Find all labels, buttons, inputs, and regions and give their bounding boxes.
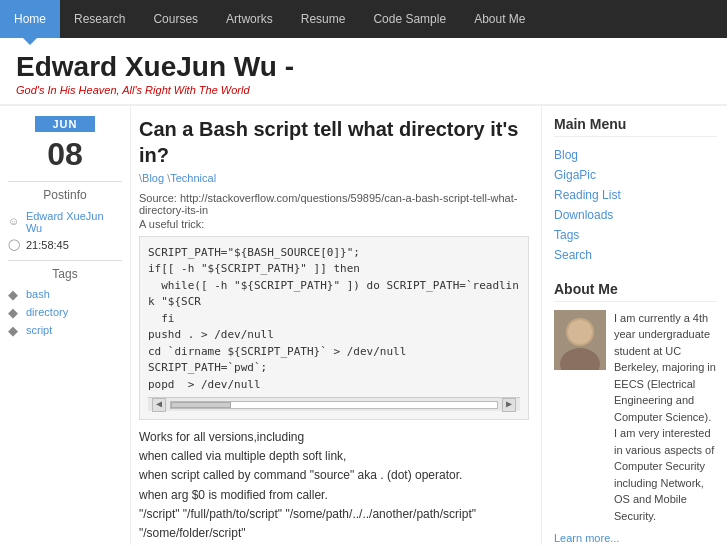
nav-resume[interactable]: Resume	[287, 0, 360, 38]
nav-courses[interactable]: Courses	[139, 0, 212, 38]
post-time: 21:58:45	[26, 239, 69, 251]
breadcrumb-blog[interactable]: Blog	[142, 172, 164, 184]
about-section: About Me I am currently a 4th year under…	[554, 281, 717, 545]
tag-link-bash[interactable]: bash	[26, 288, 50, 300]
right-sidebar: Main Menu Blog GigaPic Reading List Down…	[542, 106, 727, 545]
date-day: 08	[8, 136, 122, 173]
tags-label: Tags	[8, 260, 122, 281]
tag-icon-directory: ◆	[8, 305, 22, 319]
breadcrumb-technical[interactable]: Technical	[170, 172, 216, 184]
code-content: SCRIPT_PATH="${BASH_SOURCE[0]}"; if[[ -h…	[148, 245, 520, 394]
nav-home[interactable]: Home	[0, 0, 60, 38]
code-scrollbar[interactable]: ◀ ▶	[148, 397, 520, 411]
svg-point-3	[568, 320, 592, 344]
menu-search[interactable]: Search	[554, 245, 717, 265]
site-header: Edward XueJun Wu - God's In His Heaven, …	[0, 38, 727, 106]
postinfo-label: Postinfo	[8, 181, 122, 202]
author-row: ☺ Edward XueJun Wu	[8, 210, 122, 234]
clock-icon: ◯	[8, 238, 22, 252]
scroll-thumb[interactable]	[171, 402, 231, 408]
breadcrumb: \Blog \Technical	[139, 172, 529, 184]
about-title: About Me	[554, 281, 717, 302]
author-link[interactable]: Edward XueJun Wu	[26, 210, 122, 234]
tag-icon-script: ◆	[8, 323, 22, 337]
learn-more-text: Learn more...	[554, 530, 717, 545]
menu-blog[interactable]: Blog	[554, 145, 717, 165]
source-text: Source: http://stackoverflow.com/questio…	[139, 192, 529, 216]
avatar-svg	[554, 310, 606, 370]
tag-script: ◆ script	[8, 323, 122, 337]
tag-link-directory[interactable]: directory	[26, 306, 68, 318]
article-body: Works for all versions,including when ca…	[139, 428, 529, 545]
site-subtitle: God's In His Heaven, All's Right With Th…	[16, 84, 711, 96]
code-block: SCRIPT_PATH="${BASH_SOURCE[0]}"; if[[ -h…	[139, 236, 529, 421]
scroll-right-arrow[interactable]: ▶	[502, 398, 516, 412]
menu-downloads[interactable]: Downloads	[554, 205, 717, 225]
time-row: ◯ 21:58:45	[8, 238, 122, 252]
menu-reading-list[interactable]: Reading List	[554, 185, 717, 205]
useful-trick: A useful trick:	[139, 218, 529, 230]
site-title: Edward XueJun Wu -	[16, 50, 711, 84]
about-top: I am currently a 4th year undergraduate …	[554, 310, 717, 525]
learn-more-link[interactable]: Learn more...	[554, 532, 619, 544]
main-content: Can a Bash script tell what directory it…	[130, 106, 542, 545]
about-text-inline: I am currently a 4th year undergraduate …	[614, 310, 717, 525]
avatar-placeholder	[554, 310, 606, 370]
scroll-left-arrow[interactable]: ◀	[152, 398, 166, 412]
nav-artworks[interactable]: Artworks	[212, 0, 287, 38]
tag-directory: ◆ directory	[8, 305, 122, 319]
menu-tags[interactable]: Tags	[554, 225, 717, 245]
user-icon: ☺	[8, 215, 22, 229]
nav-about-me[interactable]: About Me	[460, 0, 539, 38]
tag-link-script[interactable]: script	[26, 324, 52, 336]
avatar	[554, 310, 606, 370]
navigation: Home Research Courses Artworks Resume Co…	[0, 0, 727, 38]
nav-research[interactable]: Research	[60, 0, 139, 38]
left-sidebar: JUN 08 Postinfo ☺ Edward XueJun Wu ◯ 21:…	[0, 106, 130, 545]
tag-icon-bash: ◆	[8, 287, 22, 301]
date-month: JUN	[35, 116, 95, 132]
main-menu-title: Main Menu	[554, 116, 717, 137]
nav-code-sample[interactable]: Code Sample	[359, 0, 460, 38]
article-title: Can a Bash script tell what directory it…	[139, 116, 529, 168]
scroll-track[interactable]	[170, 401, 498, 409]
menu-gigapic[interactable]: GigaPic	[554, 165, 717, 185]
tag-bash: ◆ bash	[8, 287, 122, 301]
